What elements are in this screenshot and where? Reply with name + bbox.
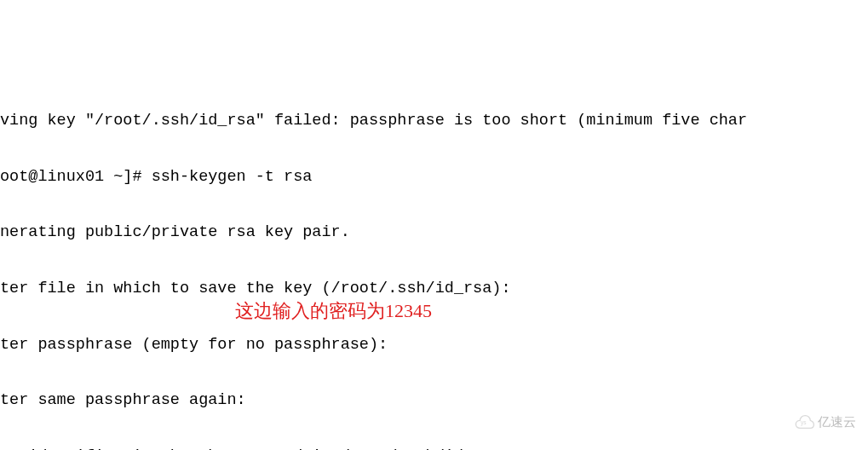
terminal-line: ter file in which to save the key (/root… [0, 280, 868, 298]
svg-text:ys: ys [801, 419, 807, 426]
annotation-text: 这边输入的密码为12345 [235, 300, 432, 322]
terminal-line: nerating public/private rsa key pair. [0, 223, 868, 242]
watermark: ys 亿速云 [793, 414, 856, 430]
terminal-line: ving key "/root/.ssh/id_rsa" failed: pas… [0, 112, 868, 130]
terminal-line: ter passphrase (empty for no passphrase)… [0, 336, 868, 355]
terminal-line: ter same passphrase again: [0, 391, 868, 410]
watermark-label: 亿速云 [818, 414, 856, 430]
terminal-output[interactable]: ving key "/root/.ssh/id_rsa" failed: pas… [0, 74, 868, 450]
terminal-line: oot@linux01 ~]# ssh-keygen -t rsa [0, 168, 868, 187]
cloud-icon: ys [793, 414, 815, 430]
